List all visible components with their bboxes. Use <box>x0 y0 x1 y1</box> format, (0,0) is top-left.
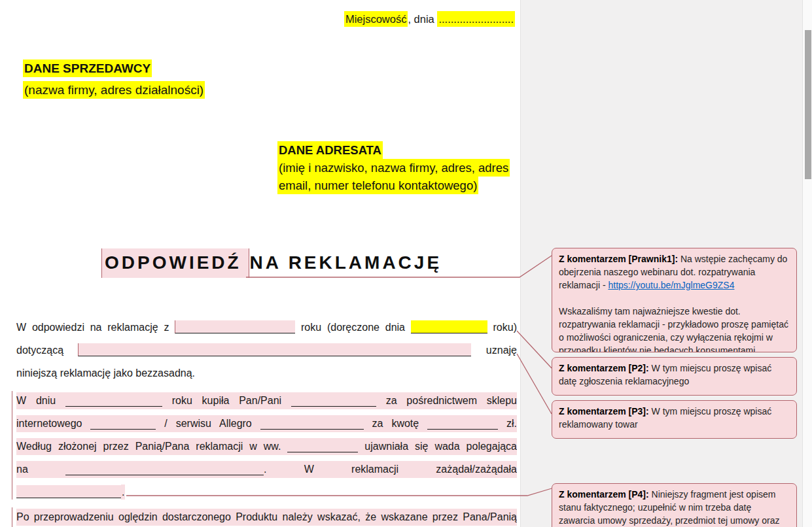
document-text: zł. <box>498 418 517 429</box>
document-text: dotyczącą <box>16 345 78 356</box>
document-text: na <box>16 464 65 475</box>
fill-in-blank[interactable] <box>78 343 471 356</box>
fill-in-blank[interactable] <box>65 394 162 407</box>
document-text: W odpowiedzi na reklamację z <box>16 322 175 333</box>
comment-range-bracket <box>12 391 12 500</box>
comment-text: Wskazaliśmy tam najważniejsze kwestie do… <box>559 306 788 352</box>
scrollbar-thumb[interactable] <box>805 30 811 179</box>
document-text: internetowego <box>16 418 90 429</box>
comment-paragraph: Z komentarzem [P3]: W tym miejscu proszę… <box>559 405 790 431</box>
document-page: Miejscowość, dnia ......................… <box>0 0 521 527</box>
document-text-line: internetowego / serwisu Allegro za kwotę… <box>16 415 517 432</box>
document-text: W dniu <box>16 395 65 406</box>
document-text: / serwisu Allegro <box>156 418 260 429</box>
comment-paragraph: Z komentarzem [P2]: W tym miejscu proszę… <box>559 362 790 388</box>
comment-paragraph: Z komentarzem [Prawnik1]: Na wstępie zac… <box>559 252 790 292</box>
addressee-line1-text: (imię i nazwisko, nazwa firmy, adres, ad… <box>277 159 510 177</box>
addressee-block: DANE ADRESATA (imię i nazwisko, nazwa fi… <box>277 141 510 194</box>
document-text: niniejszą reklamację jako bezzasadną. <box>16 367 195 379</box>
addressee-title: DANE ADRESATA <box>277 141 510 159</box>
document-text: . <box>121 484 125 500</box>
comment-box[interactable]: Z komentarzem [P3]: W tym miejscu proszę… <box>552 400 797 439</box>
comment-box[interactable]: Z komentarzem [Prawnik1]: Na wstępie zac… <box>552 248 797 352</box>
document-text: za pośrednictwem sklepu <box>376 395 517 406</box>
fill-in-blank[interactable] <box>427 416 498 430</box>
seller-block: DANE SPRZEDAWCY (nazwa firmy, adres dzia… <box>23 58 205 101</box>
document-text: roku) <box>487 322 517 333</box>
document-text-line: W odpowiedzi na reklamację z roku (doręc… <box>16 319 517 336</box>
comment-author-label: Z komentarzem [Prawnik1]: <box>559 254 680 264</box>
seller-title-text: DANE SPRZEDAWCY <box>23 60 152 77</box>
comments-pane: Z komentarzem [Prawnik1]: Na wstępie zac… <box>521 0 812 527</box>
fill-in-blank[interactable] <box>175 320 295 333</box>
comment-author-label: Z komentarzem [P4]: <box>559 489 652 500</box>
comment-link[interactable]: https://youtu.be/mJglmeG9ZS4 <box>608 280 734 290</box>
comment-author-label: Z komentarzem [P2]: <box>559 363 652 373</box>
addressee-title-text: DANE ADRESATA <box>277 141 383 159</box>
fill-in-blank[interactable] <box>287 439 358 452</box>
comment-paragraph: Wskazaliśmy tam najważniejsze kwestie do… <box>559 305 790 352</box>
document-text: roku kupiła Pan/Pani <box>162 395 291 406</box>
document-text: uznaję <box>471 345 517 356</box>
document-text-line: na . W reklamacji zażądał/zażądała <box>16 461 517 478</box>
document-text: Według złożonej przez Panią/Pana reklama… <box>16 441 287 452</box>
dateline: Miejscowość, dnia ......................… <box>16 13 515 26</box>
addressee-line2: email, numer telefonu kontaktowego) <box>277 177 510 194</box>
seller-subtitle-text: (nazwa firmy, adres działalności) <box>23 81 205 99</box>
fill-in-blank[interactable] <box>16 485 121 498</box>
document-text: . W reklamacji zażądał/zażądała <box>264 464 517 475</box>
document-text: ujawniała się wada polegająca <box>358 441 517 452</box>
scrollbar[interactable] <box>802 0 812 527</box>
addressee-line2-text: email, numer telefonu kontaktowego) <box>277 177 478 194</box>
document-text-line: niniejszą reklamację jako bezzasadną. <box>16 365 517 382</box>
document-title-rest: NA REKLAMACJĘ <box>249 252 442 273</box>
document-text: za kwotę <box>364 418 427 429</box>
document-text: Po przeprowadzeniu oględzin dostarczoneg… <box>16 511 517 522</box>
comment-box[interactable]: Z komentarzem [P2]: W tym miejscu proszę… <box>552 357 797 396</box>
comment-paragraph: Z komentarzem [P4]: Niniejszy fragment j… <box>559 488 790 527</box>
fill-in-blank[interactable] <box>411 320 487 333</box>
dateline-dots-blank[interactable]: ......................... <box>437 11 515 27</box>
comment-author-label: Z komentarzem [P3]: <box>559 406 652 416</box>
fill-in-blank[interactable] <box>90 416 156 430</box>
document-text: roku (doręczone dnia <box>295 322 411 333</box>
document-text-line: W dniu roku kupiła Pan/Pani za pośrednic… <box>16 392 517 409</box>
fill-in-blank[interactable] <box>260 416 364 430</box>
document-text-line: . <box>16 484 517 501</box>
fill-in-blank[interactable] <box>291 394 376 407</box>
document-text-line: Według złożonej przez Panią/Pana reklama… <box>16 438 517 455</box>
dateline-separator: , dnia <box>408 13 437 25</box>
document-text-line: Po przeprowadzeniu oględzin dostarczoneg… <box>16 509 517 526</box>
fill-in-blank[interactable] <box>65 462 264 475</box>
dateline-place: Miejscowość <box>344 11 408 27</box>
addressee-line1: (imię i nazwisko, nazwa firmy, adres, ad… <box>277 159 510 177</box>
comment-box[interactable]: Z komentarzem [P4]: Niniejszy fragment j… <box>552 483 797 527</box>
document-title-highlighted: ODPOWIEDŹ <box>101 248 249 278</box>
seller-title: DANE SPRZEDAWCY <box>23 58 205 79</box>
document-text-line: dotyczącą uznaję <box>16 342 517 359</box>
document-title: ODPOWIEDŹ NA REKLAMACJĘ <box>101 252 442 273</box>
word-document-review-view: Miejscowość, dnia ......................… <box>0 0 812 527</box>
seller-subtitle: (nazwa firmy, adres działalności) <box>23 79 205 101</box>
comment-range-bracket <box>12 507 12 527</box>
